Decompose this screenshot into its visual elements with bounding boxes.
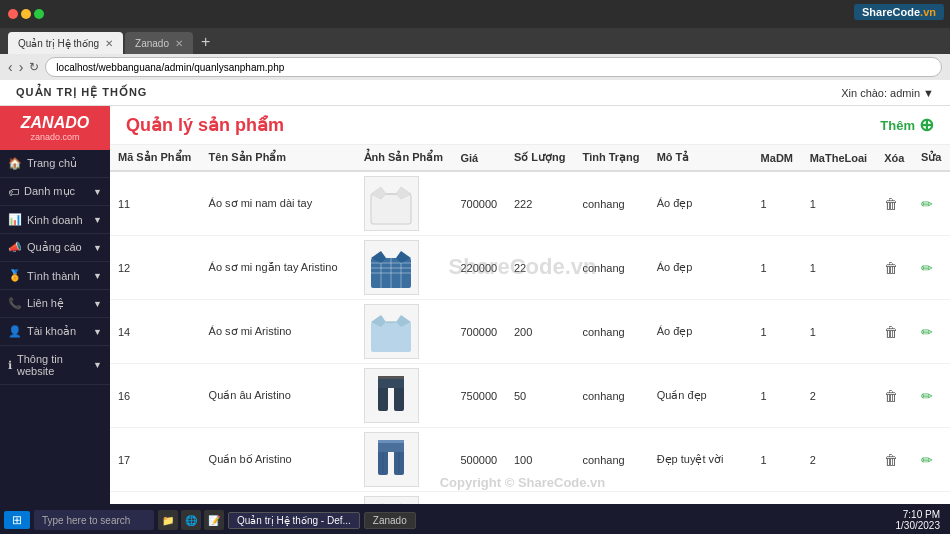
siteinfo-arrow-icon: ▼ [93,360,102,370]
sidebar-item-home[interactable]: 🏠 Trang chủ [0,150,110,178]
sidebar-item-siteinfo[interactable]: ℹ Thông tin website ▼ [0,346,110,385]
sidebar-label-contact: Liên hệ [27,297,64,310]
product-edit-cell: ✏ [913,428,950,492]
business-arrow-icon: ▼ [93,215,102,225]
add-icon: ⊕ [919,114,934,136]
product-matheloai: 1 [802,171,877,236]
content-header: Quản lý sản phẩm Thêm ⊕ [110,106,950,145]
delete-button[interactable]: 🗑 [884,324,898,340]
add-product-button[interactable]: Thêm ⊕ [880,114,934,136]
edit-button[interactable]: ✏ [921,196,933,212]
product-madm: 1 [753,364,802,428]
edit-button[interactable]: ✏ [921,388,933,404]
product-edit-cell: ✏ [913,236,950,300]
sidebar-item-ads[interactable]: 📣 Quảng cáo ▼ [0,234,110,262]
product-image-cell [356,428,453,492]
back-button[interactable]: ‹ [8,59,13,75]
pants-jeans-icon [366,435,416,485]
product-id: 17 [110,428,201,492]
product-matheloai: 1 [802,492,877,505]
product-id: 16 [110,364,201,428]
sidebar-label-ads: Quảng cáo [27,241,82,254]
delete-button[interactable]: 🗑 [884,196,898,212]
home-icon: 🏠 [8,157,22,170]
shirt-white-icon [366,179,416,229]
product-qty: 90 [506,492,575,505]
product-image [364,368,419,423]
product-price: 220000 [452,236,505,300]
tab-active[interactable]: Quản trị Hệ thống ✕ [8,32,123,54]
col-header-img: Ảnh Sản Phẩm [356,145,453,171]
product-delete-cell: 🗑 [876,236,913,300]
product-id: 14 [110,300,201,364]
product-edit-cell: ✏ [913,364,950,428]
tab-close-icon[interactable]: ✕ [105,38,113,49]
delete-button[interactable]: 🗑 [884,260,898,276]
tab-active-label: Quản trị Hệ thống [18,38,99,49]
product-name: Quần âu Aristino [201,364,356,428]
sidebar-item-account[interactable]: 👤 Tài khoản ▼ [0,318,110,346]
info-icon: ℹ [8,359,12,372]
svg-rect-24 [378,440,404,443]
admin-greeting: Xin chào: admin ▼ [841,87,934,99]
ads-arrow-icon: ▼ [93,243,102,253]
table-row: 16 Quần âu Aristino [110,364,950,428]
product-madm: 2 [753,492,802,505]
address-bar-input[interactable] [45,57,942,77]
col-header-price: Giá [452,145,505,171]
product-desc: Áo đẹp [649,300,753,364]
col-header-edit: Sửa [913,145,950,171]
product-image-cell [356,171,453,236]
product-price: 750000 [452,364,505,428]
product-image-cell [356,364,453,428]
product-price: 700000 [452,171,505,236]
product-edit-cell: ✏ [913,300,950,364]
svg-rect-0 [371,194,411,224]
product-matheloai: 2 [802,428,877,492]
tab-inactive[interactable]: Zanado ✕ [125,32,193,54]
product-status: conhang [574,428,648,492]
tab-inactive-close-icon[interactable]: ✕ [175,38,183,49]
product-desc: Đẹp tuyệt vời [649,428,753,492]
product-id: 18 [110,492,201,505]
product-madm: 1 [753,428,802,492]
contact-arrow-icon: ▼ [93,299,102,309]
edit-button[interactable]: ✏ [921,260,933,276]
shirt-blue-icon [366,307,416,357]
refresh-button[interactable]: ↻ [29,60,39,74]
new-tab-button[interactable]: + [195,30,216,54]
sidebar-item-category[interactable]: 🏷 Danh mục ▼ [0,178,110,206]
delete-button[interactable]: 🗑 [884,452,898,468]
product-name: Quần bố Aristino [201,428,356,492]
product-price: 500000 [452,428,505,492]
sharecode-logo: ShareCode.vn [854,4,944,20]
product-qty: 200 [506,300,575,364]
product-table: Mã Sản Phẩm Tên Sản Phẩm Ảnh Sản Phẩm Gi… [110,145,950,504]
product-delete-cell: 🗑 [876,492,913,505]
product-qty: 222 [506,171,575,236]
sidebar-item-contact[interactable]: 📞 Liên hệ ▼ [0,290,110,318]
col-header-desc: Mô Tả [649,145,753,171]
product-status: conhang [574,171,648,236]
sidebar-item-region[interactable]: 🏅 Tình thành ▼ [0,262,110,290]
product-name: Áo sơ mi ngắn tay Aristino [201,236,356,300]
product-name: Áo sơ mi Aristino [201,300,356,364]
product-image-cell [356,300,453,364]
product-qty: 22 [506,236,575,300]
edit-button[interactable]: ✏ [921,452,933,468]
col-header-id: Mã Sản Phẩm [110,145,201,171]
page-title: Quản lý sản phẩm [126,114,284,136]
product-delete-cell: 🗑 [876,171,913,236]
logo-text: ZANADO [8,114,102,132]
system-title: QUẢN TRỊ HỆ THỐNG [16,86,147,99]
edit-button[interactable]: ✏ [921,324,933,340]
sidebar-label-region: Tình thành [27,270,80,282]
sidebar-item-business[interactable]: 📊 Kinh doanh ▼ [0,206,110,234]
product-qty: 100 [506,428,575,492]
chart-icon: 📊 [8,213,22,226]
delete-button[interactable]: 🗑 [884,388,898,404]
tab-inactive-label: Zanado [135,38,169,49]
megaphone-icon: 📣 [8,241,22,254]
forward-button[interactable]: › [19,59,24,75]
product-desc: Dành cho cặp đôi [649,492,753,505]
